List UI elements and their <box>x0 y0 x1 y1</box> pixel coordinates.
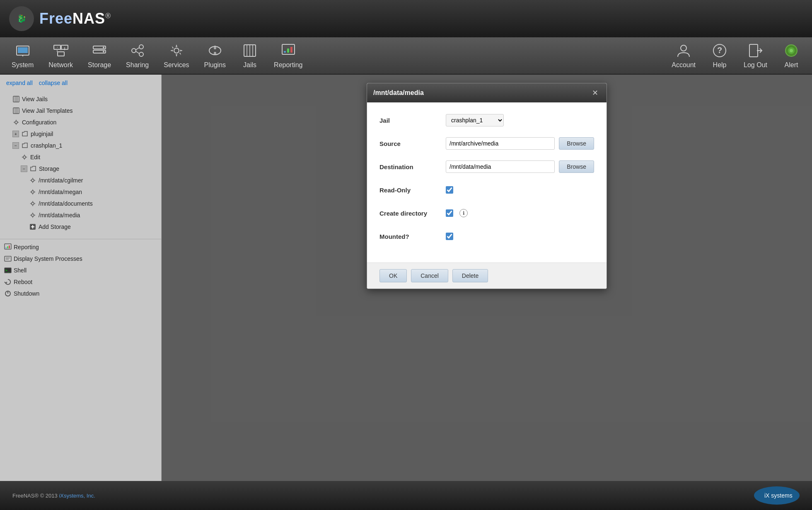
svg-point-36 <box>681 45 686 51</box>
add-storage-label: Add Storage <box>39 223 71 230</box>
svg-point-56 <box>31 202 34 205</box>
sidebar-item-crashplan1[interactable]: − crashplan_1 <box>0 140 161 151</box>
reporting-icon <box>280 42 297 59</box>
sidebar-item-display-processes[interactable]: Display System Processes <box>0 253 161 265</box>
display-processes-label: Display System Processes <box>14 255 82 262</box>
nav-bar: System Network Storage Sharing Services … <box>0 37 812 75</box>
plugins-icon <box>207 42 223 59</box>
reboot-label: Reboot <box>14 279 32 285</box>
dialog-title-bar: /mnt/data/media ✕ <box>367 83 607 102</box>
svg-point-55 <box>31 191 34 193</box>
storage-expand[interactable]: − <box>21 165 27 172</box>
jail-templates-icon <box>12 107 20 114</box>
sidebar-item-shell[interactable]: >_ Shell <box>0 265 161 276</box>
nav-item-system[interactable]: System <box>4 39 41 72</box>
sidebar-item-view-jail-templates[interactable]: View Jail Templates <box>0 105 161 117</box>
svg-point-43 <box>790 49 793 52</box>
readonly-row: Read-Only <box>379 182 594 197</box>
nav-label-jails: Jails <box>243 61 256 69</box>
dialog-title: /mnt/data/media <box>373 89 424 97</box>
sidebar-item-documents[interactable]: /mnt/data/documents <box>0 198 161 209</box>
svg-line-20 <box>136 48 139 50</box>
crashplan1-label: crashplan_1 <box>31 142 62 149</box>
view-jail-templates-label: View Jail Templates <box>22 107 72 114</box>
dialog-footer: OK Cancel Delete <box>367 262 607 289</box>
ok-button[interactable]: OK <box>379 269 407 282</box>
sidebar-item-edit[interactable]: Edit <box>0 151 161 163</box>
nav-item-jails[interactable]: Jails <box>233 39 266 72</box>
cancel-button[interactable]: Cancel <box>411 269 448 282</box>
svg-text:🐉: 🐉 <box>17 14 27 23</box>
source-browse-button[interactable]: Browse <box>559 137 594 150</box>
source-control: Browse <box>446 137 594 150</box>
cgilmer-icon <box>29 177 36 184</box>
delete-button[interactable]: Delete <box>452 269 488 282</box>
sidebar-item-cgilmer[interactable]: /mnt/data/cgilmer <box>0 175 161 186</box>
help-icon: ? <box>711 42 728 59</box>
sidebar-item-megan[interactable]: /mnt/data/megan <box>0 186 161 198</box>
footer-company-link[interactable]: iXsystems, Inc. <box>59 493 95 499</box>
expand-all-link[interactable]: expand all <box>6 80 33 86</box>
footer-copyright: FreeNAS® © 2013 iXsystems, Inc. <box>12 493 95 499</box>
services-icon <box>168 42 185 59</box>
nav-item-reporting[interactable]: Reporting <box>266 39 310 72</box>
svg-point-15 <box>103 47 104 49</box>
pluginjail-expand[interactable]: + <box>12 131 19 137</box>
network-icon <box>53 42 69 59</box>
destination-browse-button[interactable]: Browse <box>559 160 594 173</box>
jail-control: crashplan_1 pluginjail <box>446 114 594 126</box>
sidebar-item-view-jails[interactable]: View Jails <box>0 93 161 105</box>
svg-rect-33 <box>287 49 289 53</box>
shell-label: Shell <box>14 267 27 274</box>
svg-point-17 <box>132 49 136 53</box>
destination-input[interactable] <box>446 160 555 173</box>
crashplan1-expand[interactable]: − <box>12 142 19 149</box>
freenas-logo-icon: 🐉 <box>8 5 35 32</box>
sidebar-item-reboot[interactable]: Reboot <box>0 276 161 288</box>
readonly-checkbox[interactable] <box>446 186 453 194</box>
nav-item-help[interactable]: ? Help <box>703 39 736 72</box>
svg-point-54 <box>31 179 34 182</box>
top-bar: 🐉 FreeNAS® <box>0 0 812 37</box>
destination-label: Destination <box>379 163 446 170</box>
svg-point-18 <box>139 45 143 49</box>
readonly-label: Read-Only <box>379 187 446 194</box>
sidebar-item-configuration[interactable]: Configuration <box>0 117 161 128</box>
svg-point-25 <box>214 52 216 54</box>
nav-item-network[interactable]: Network <box>41 39 80 72</box>
reporting-sidebar-label: Reporting <box>14 244 39 250</box>
create-directory-label: Create directory <box>379 210 446 217</box>
storage-label: Storage <box>39 165 59 172</box>
nav-item-logout[interactable]: Log Out <box>736 39 775 72</box>
svg-rect-39 <box>749 44 758 57</box>
sidebar-item-pluginjail[interactable]: + pluginjail <box>0 128 161 140</box>
svg-rect-32 <box>284 51 286 53</box>
svg-text:>_: >_ <box>5 269 10 272</box>
create-directory-checkbox[interactable] <box>446 209 453 217</box>
jail-label: Jail <box>379 117 446 124</box>
sidebar-item-media[interactable]: /mnt/data/media <box>0 209 161 221</box>
dialog-overlay: /mnt/data/media ✕ Jail crashplan_1 plugi… <box>162 75 812 481</box>
documents-label: /mnt/data/documents <box>39 200 93 207</box>
nav-item-alert[interactable]: Alert <box>775 39 808 72</box>
nav-item-plugins[interactable]: Plugins <box>197 39 233 72</box>
dialog: /mnt/data/media ✕ Jail crashplan_1 plugi… <box>367 83 607 289</box>
sidebar-item-reporting[interactable]: Reporting <box>0 241 161 253</box>
mounted-control <box>446 233 594 240</box>
mounted-checkbox[interactable] <box>446 233 453 240</box>
collapse-all-link[interactable]: collapse all <box>39 80 68 86</box>
nav-item-services[interactable]: Services <box>156 39 196 72</box>
source-input[interactable] <box>446 137 555 150</box>
jail-select[interactable]: crashplan_1 pluginjail <box>446 114 504 126</box>
dialog-close-button[interactable]: ✕ <box>590 88 600 97</box>
svg-rect-62 <box>5 248 7 248</box>
sidebar-item-shutdown[interactable]: Shutdown <box>0 288 161 299</box>
jails-tree-icon <box>12 95 20 103</box>
sidebar-item-storage[interactable]: − Storage <box>0 163 161 175</box>
nav-item-account[interactable]: Account <box>664 39 703 72</box>
create-directory-info-icon[interactable]: ℹ <box>459 209 468 217</box>
nav-item-storage[interactable]: Storage <box>80 39 118 72</box>
nav-item-sharing[interactable]: Sharing <box>118 39 156 72</box>
sidebar-item-add-storage[interactable]: Add Storage <box>0 221 161 233</box>
mounted-label: Mounted? <box>379 233 446 240</box>
